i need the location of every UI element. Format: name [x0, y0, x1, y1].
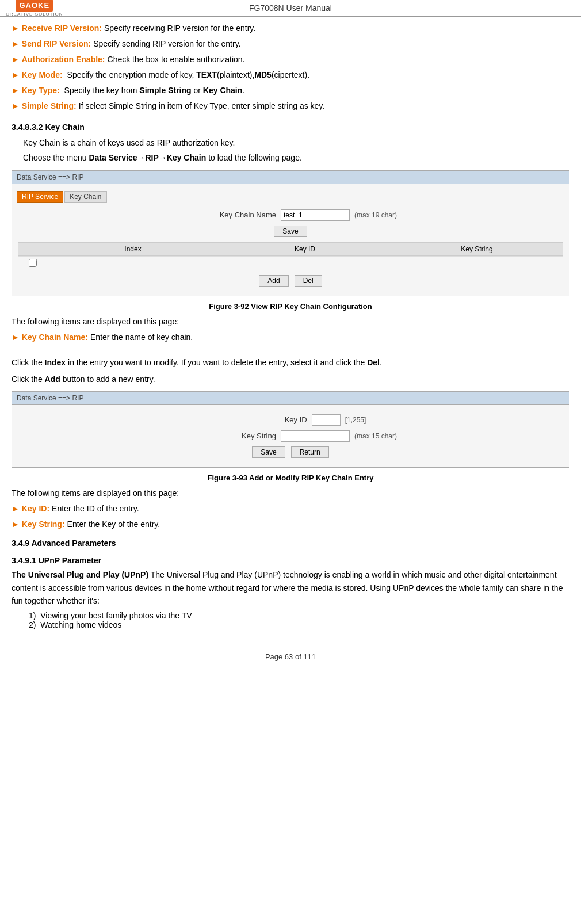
keystring-input[interactable]	[281, 430, 350, 442]
logo: GAOKE CREATIVE SOLUTION	[6, 0, 63, 17]
panel1-header: Data Service ==> RIP	[12, 171, 569, 184]
panel1-body: RIP Service Key Chain Key Chain Name (ma…	[12, 184, 569, 296]
list-label-4: Key Type:	[22, 85, 60, 97]
keychain-name-item-desc: Enter the name of key chain.	[90, 331, 193, 343]
keyid-hint: [1,255]	[345, 416, 366, 424]
numbered-list: 1) Viewing your best family photos via t…	[29, 611, 569, 629]
table-header: Index Key ID Key String	[18, 242, 563, 256]
keyid-item-desc: Enter the ID of the entry.	[52, 503, 139, 515]
section-349-heading: 3.4.9 Advanced Parameters	[12, 539, 569, 548]
keychain-name-item-label: Key Chain Name:	[22, 331, 88, 343]
list-desc-1: Specify sending RIP version for the entr…	[93, 38, 240, 50]
row-checkbox[interactable]	[29, 259, 37, 267]
panel2-header: Data Service ==> RIP	[12, 392, 569, 405]
keystring-row: Key String (max 15 char)	[12, 430, 569, 442]
figure92-desc-line1: The following items are displayed on thi…	[12, 315, 569, 328]
list-item: ► Send RIP Version: Specify sending RIP …	[12, 38, 569, 50]
section-3482-para1: Key Chain is a chain of keys used as RIP…	[23, 136, 569, 149]
keyid-row: Key ID [1,255]	[12, 414, 569, 426]
list-label-3: Key Mode:	[22, 69, 63, 81]
keyid-item-label: Key ID:	[22, 503, 49, 515]
panel2-save-button[interactable]: Save	[252, 446, 285, 458]
tab-key-chain[interactable]: Key Chain	[64, 191, 106, 203]
table-empty-row	[18, 256, 563, 270]
list-desc-5: If select Simple String in item of Key T…	[79, 100, 324, 112]
list-desc-0: Specify receiving RIP version for the en…	[104, 22, 255, 35]
del-button[interactable]: Del	[295, 275, 322, 287]
keychain-name-hint: (max 19 char)	[354, 211, 397, 219]
col-check	[18, 243, 47, 255]
list-label-5: Simple String:	[22, 100, 77, 112]
keychain-table: Index Key ID Key String	[18, 242, 563, 270]
list-desc-2: Check the box to enable authorization.	[108, 54, 245, 66]
list-label-2: Authorization Enable:	[22, 54, 105, 66]
col-index: Index	[47, 243, 219, 255]
panel2: Data Service ==> RIP Key ID [1,255] Key …	[12, 391, 569, 468]
save-return-row: Save Return	[12, 446, 569, 458]
keyid-label: Key ID	[215, 415, 307, 424]
list-item: ► Authorization Enable: Check the box to…	[12, 54, 569, 66]
section-3482-para2: Choose the menu Data Service→RIP→Key Cha…	[23, 151, 569, 164]
keychain-name-input[interactable]	[281, 209, 350, 221]
section-3491-heading: 3.4.9.1 UPnP Parameter	[12, 556, 569, 565]
keychain-name-row: Key Chain Name (max 19 char)	[12, 209, 569, 221]
list-item: ► Key Type: Specify the key from Simple …	[12, 85, 569, 97]
keyid-item: ► Key ID: Enter the ID of the entry.	[12, 503, 569, 515]
tab-rip-service[interactable]: RIP Service	[17, 191, 63, 203]
add-button[interactable]: Add	[259, 275, 288, 287]
panel1: Data Service ==> RIP RIP Service Key Cha…	[12, 170, 569, 296]
keystring-item-label: Key String:	[22, 518, 65, 530]
page-header: GAOKE CREATIVE SOLUTION FG7008N User Man…	[0, 0, 581, 17]
para-add: Click the Add button to add a new entry.	[12, 373, 569, 385]
numbered-item-2: 2) Watching home videos	[29, 620, 569, 629]
keystring-hint: (max 15 char)	[354, 432, 397, 440]
logo-text: GAOKE	[16, 0, 53, 12]
list-item: ► Simple String: If select Simple String…	[12, 100, 569, 112]
figure93-desc-line1: The following items are displayed on thi…	[12, 487, 569, 499]
header-title: FG7008N User Manual	[249, 3, 332, 13]
keychain-name-desc: ► Key Chain Name: Enter the name of key …	[12, 331, 569, 343]
para-index: Click the Index in the entry you want to…	[12, 356, 569, 369]
add-del-row: Add Del	[12, 275, 569, 287]
section-3482-heading: 3.4.8.3.2 Key Chain	[12, 123, 569, 132]
checkbox-cell[interactable]	[18, 257, 47, 270]
list-desc-3: Specify the encryption mode of key, TEXT…	[65, 69, 309, 81]
col-keyid: Key ID	[219, 243, 391, 255]
list-item: ► Key Mode: Specify the encryption mode …	[12, 69, 569, 81]
panel2-return-button[interactable]: Return	[291, 446, 329, 458]
figure93-caption: Figure 3-93 Add or Modify RIP Key Chain …	[12, 474, 569, 482]
list-item: ► Receive RIP Version: Specify receiving…	[12, 22, 569, 35]
page-footer: Page 63 of 111	[0, 647, 581, 667]
list-label-1: Send RIP Version:	[22, 38, 91, 50]
save-row: Save	[12, 226, 569, 237]
list-label-0: Receive RIP Version:	[22, 22, 102, 35]
panel2-body: Key ID [1,255] Key String (max 15 char) …	[12, 405, 569, 467]
figure92-caption: Figure 3-92 View RIP Key Chain Configura…	[12, 302, 569, 311]
tab-bar: RIP Service Key Chain	[12, 189, 569, 205]
list-desc-4: Specify the key from Simple String or Ke…	[62, 85, 244, 97]
list-section: ► Receive RIP Version: Specify receiving…	[12, 22, 569, 112]
keystring-label: Key String	[184, 432, 276, 440]
col-keystring: Key String	[391, 243, 563, 255]
keyid-input[interactable]	[312, 414, 341, 426]
keystring-item-desc: Enter the Key of the entry.	[67, 518, 160, 530]
page-content: ► Receive RIP Version: Specify receiving…	[0, 17, 581, 635]
save-button[interactable]: Save	[274, 226, 307, 237]
upnp-para: The Universal Plug and Play (UPnP) The U…	[12, 568, 569, 607]
numbered-item-1: 1) Viewing your best family photos via t…	[29, 611, 569, 620]
logo-sub: CREATIVE SOLUTION	[6, 12, 63, 17]
keychain-name-label: Key Chain Name	[184, 211, 276, 219]
keystring-item: ► Key String: Enter the Key of the entry…	[12, 518, 569, 530]
